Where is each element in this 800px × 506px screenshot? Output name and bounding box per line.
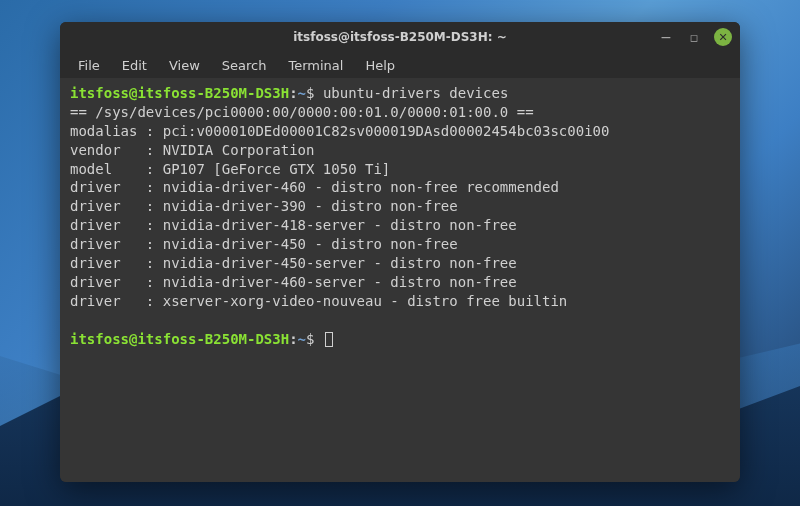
prompt-userhost: itsfoss@itsfoss-B250M-DS3H — [70, 85, 289, 101]
window-controls: − ◻ ✕ — [658, 28, 732, 46]
output-line: model : GP107 [GeForce GTX 1050 Ti] — [70, 160, 730, 179]
menu-edit[interactable]: Edit — [112, 54, 157, 77]
output-line: driver : nvidia-driver-418-server - dist… — [70, 216, 730, 235]
prompt-line-2: itsfoss@itsfoss-B250M-DS3H:~$ — [70, 330, 730, 349]
prompt-path: ~ — [298, 331, 306, 347]
output-line: modalias : pci:v000010DEd00001C82sv00001… — [70, 122, 730, 141]
output-line: driver : nvidia-driver-450-server - dist… — [70, 254, 730, 273]
minimize-icon: − — [660, 29, 672, 45]
maximize-icon: ◻ — [690, 32, 698, 43]
menu-file[interactable]: File — [68, 54, 110, 77]
cursor-icon — [325, 332, 333, 347]
prompt-dollar: $ — [306, 331, 314, 347]
window-titlebar[interactable]: itsfoss@itsfoss-B250M-DS3H: ~ − ◻ ✕ — [60, 22, 740, 52]
menu-terminal[interactable]: Terminal — [278, 54, 353, 77]
output-line: vendor : NVIDIA Corporation — [70, 141, 730, 160]
window-title: itsfoss@itsfoss-B250M-DS3H: ~ — [293, 30, 507, 44]
output-line: driver : nvidia-driver-450 - distro non-… — [70, 235, 730, 254]
output-line: driver : xserver-xorg-video-nouveau - di… — [70, 292, 730, 311]
blank-line — [70, 311, 730, 330]
menu-search[interactable]: Search — [212, 54, 277, 77]
prompt-path: ~ — [298, 85, 306, 101]
terminal-window: itsfoss@itsfoss-B250M-DS3H: ~ − ◻ ✕ File… — [60, 22, 740, 482]
output-line: == /sys/devices/pci0000:00/0000:00:01.0/… — [70, 103, 730, 122]
menu-help[interactable]: Help — [355, 54, 405, 77]
close-icon: ✕ — [718, 31, 727, 44]
close-button[interactable]: ✕ — [714, 28, 732, 46]
prompt-userhost: itsfoss@itsfoss-B250M-DS3H — [70, 331, 289, 347]
prompt-line-1: itsfoss@itsfoss-B250M-DS3H:~$ ubuntu-dri… — [70, 84, 730, 103]
prompt-colon: : — [289, 331, 297, 347]
menubar: File Edit View Search Terminal Help — [60, 52, 740, 78]
prompt-colon: : — [289, 85, 297, 101]
output-line: driver : nvidia-driver-460 - distro non-… — [70, 178, 730, 197]
command-text: ubuntu-drivers devices — [323, 85, 508, 101]
output-line: driver : nvidia-driver-390 - distro non-… — [70, 197, 730, 216]
terminal-body[interactable]: itsfoss@itsfoss-B250M-DS3H:~$ ubuntu-dri… — [60, 78, 740, 482]
output-line: driver : nvidia-driver-460-server - dist… — [70, 273, 730, 292]
prompt-dollar: $ — [306, 85, 314, 101]
maximize-button[interactable]: ◻ — [686, 29, 702, 45]
minimize-button[interactable]: − — [658, 29, 674, 45]
menu-view[interactable]: View — [159, 54, 210, 77]
